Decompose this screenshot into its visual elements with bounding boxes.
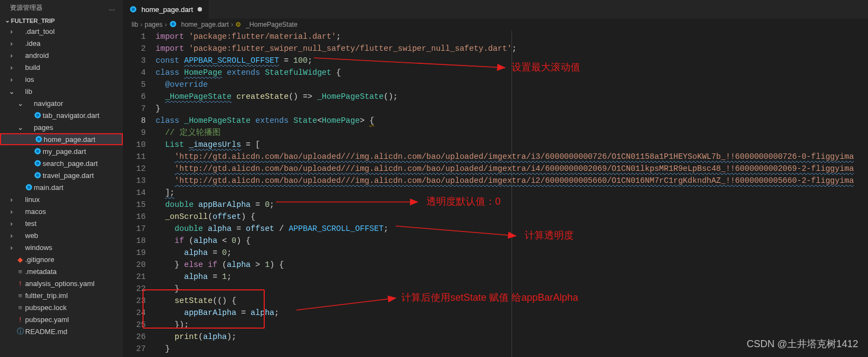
file-pubspec-yaml[interactable]: !pubspec.yaml bbox=[0, 313, 123, 325]
file-tab-navigator-dart[interactable]: tab_navigator.dart bbox=[0, 109, 123, 121]
file-analysis-options-yaml[interactable]: !analysis_options.yaml bbox=[0, 277, 123, 289]
tree-item-label: home_page.dart bbox=[44, 135, 96, 144]
code-line-10[interactable]: List _imagesUrls = [ bbox=[156, 139, 868, 151]
code-line-18[interactable]: if (alpha < 0) { bbox=[156, 235, 868, 247]
file-fultter-trip-iml[interactable]: ≡fultter_trip.iml bbox=[0, 289, 123, 301]
code-line-5[interactable]: @override bbox=[156, 79, 868, 91]
tree-item-label: .idea bbox=[25, 39, 40, 47]
folder-build[interactable]: build bbox=[0, 61, 123, 73]
tree-item-label: pages bbox=[34, 123, 53, 132]
folder-android[interactable]: android bbox=[0, 49, 123, 61]
code-line-17[interactable]: double alpha = offset / APPBAR_SCROLL_OF… bbox=[156, 223, 868, 235]
file--metadata[interactable]: ≡.metadata bbox=[0, 265, 123, 277]
chevron-icon bbox=[16, 123, 24, 132]
code-line-9[interactable]: // 定义轮播图 bbox=[156, 127, 868, 139]
chevron-icon bbox=[8, 51, 15, 59]
folder-web[interactable]: web bbox=[0, 229, 123, 241]
code-line-11[interactable]: 'http://gtd.alicdn.com/bao/uploaded///im… bbox=[156, 151, 868, 163]
svg-point-1 bbox=[36, 114, 39, 117]
chevron-icon bbox=[8, 63, 15, 72]
tree-item-label: analysis_options.yaml bbox=[25, 279, 94, 288]
folder-macos[interactable]: macos bbox=[0, 205, 123, 217]
crumb-2[interactable]: home_page.dart bbox=[181, 21, 229, 28]
crumb-0[interactable]: lib bbox=[132, 21, 138, 28]
dart-icon bbox=[34, 135, 44, 143]
tree-item-label: fultter_trip.iml bbox=[25, 291, 68, 300]
code-line-19[interactable]: alpha = 0; bbox=[156, 247, 868, 259]
svg-point-3 bbox=[37, 138, 40, 141]
tree-item-label: windows bbox=[25, 243, 52, 252]
folder-lib[interactable]: lib bbox=[0, 85, 123, 97]
code-line-20[interactable]: } else if (alpha > 1) { bbox=[156, 259, 868, 271]
tree-item-label: test bbox=[25, 219, 37, 228]
dart-icon bbox=[33, 159, 43, 167]
tree-item-label: navigator bbox=[34, 99, 63, 108]
svg-point-5 bbox=[36, 150, 39, 153]
file-pubspec-lock[interactable]: ≡pubspec.lock bbox=[0, 301, 123, 313]
chevron-icon bbox=[8, 87, 15, 96]
code-line-2[interactable]: import 'package:flutter_swiper_null_safe… bbox=[156, 43, 868, 55]
tree-item-label: .dart_tool bbox=[25, 27, 55, 35]
file--gitignore[interactable]: ◆.gitignore bbox=[0, 253, 123, 265]
folder-pages[interactable]: pages bbox=[0, 121, 123, 133]
tree-item-label: main.dart bbox=[34, 183, 63, 192]
tab-home-page[interactable]: home_page.dart bbox=[123, 0, 209, 19]
code-line-13[interactable]: 'http://gtd.alicdn.com/bao/uploaded///im… bbox=[156, 175, 868, 187]
annotation-4: 计算后使用setState 赋值 给appBarAlpha bbox=[401, 291, 578, 304]
code-line-14[interactable]: ]; bbox=[156, 187, 868, 199]
folder-linux[interactable]: linux bbox=[0, 193, 123, 205]
file-tree: .dart_tool.ideaandroidbuildioslibnavigat… bbox=[0, 25, 123, 357]
file-main-dart[interactable]: main.dart bbox=[0, 181, 123, 193]
modified-icon bbox=[198, 7, 202, 11]
more-icon[interactable]: … bbox=[109, 4, 116, 12]
svg-point-15 bbox=[171, 22, 175, 26]
folder-windows[interactable]: windows bbox=[0, 241, 123, 253]
tree-item-label: .metadata bbox=[25, 267, 57, 276]
tree-item-label: linux bbox=[25, 195, 40, 204]
code-line-15[interactable]: double appBarAlpha = 0; bbox=[156, 199, 868, 211]
annotation-2: 透明度默认值：0 bbox=[426, 195, 501, 207]
code-line-6[interactable]: _HomePageState createState() => _HomePag… bbox=[156, 91, 868, 103]
folder-test[interactable]: test bbox=[0, 217, 123, 229]
meta-icon: ≡ bbox=[15, 304, 25, 312]
code-line-16[interactable]: _onScroll(offset) { bbox=[156, 211, 868, 223]
crumb-1[interactable]: pages bbox=[145, 21, 163, 28]
watermark: CSDN @土井塔克树1412 bbox=[747, 337, 858, 350]
code-line-7[interactable]: } bbox=[156, 103, 868, 115]
svg-point-9 bbox=[36, 174, 39, 177]
dart-icon bbox=[169, 20, 177, 29]
folder--idea[interactable]: .idea bbox=[0, 37, 123, 49]
code-line-21[interactable]: alpha = 1; bbox=[156, 271, 868, 283]
annotation-3: 计算透明度 bbox=[525, 229, 574, 241]
crumb-3[interactable]: _HomePageState bbox=[246, 21, 298, 28]
tree-item-label: search_page.dart bbox=[43, 159, 98, 168]
code-line-1[interactable]: import 'package:flutter/material.dart'; bbox=[156, 31, 868, 43]
tabs-bar: home_page.dart bbox=[123, 0, 868, 19]
tree-item-label: my_page.dart bbox=[43, 147, 86, 156]
project-root[interactable]: ⌄ FULTTER_TRIP bbox=[0, 16, 123, 25]
breadcrumb[interactable]: lib›pages›home_page.dart›⚙_HomePageState bbox=[123, 19, 868, 31]
file-search-page-dart[interactable]: search_page.dart bbox=[0, 157, 123, 169]
yaml-icon: ! bbox=[15, 316, 25, 324]
folder--dart-tool[interactable]: .dart_tool bbox=[0, 25, 123, 37]
code-line-12[interactable]: 'http://gtd.alicdn.com/bao/uploaded///im… bbox=[156, 163, 868, 175]
tree-item-label: web bbox=[25, 231, 38, 240]
tree-item-label: tab_navigator.dart bbox=[43, 111, 99, 120]
code-line-8[interactable]: class _HomePageState extends State<HomeP… bbox=[156, 115, 868, 127]
file-travel-page-dart[interactable]: travel_page.dart bbox=[0, 169, 123, 181]
meta-icon: ≡ bbox=[15, 267, 25, 276]
chevron-icon bbox=[8, 75, 15, 84]
folder-ios[interactable]: ios bbox=[0, 73, 123, 85]
file-readme-md[interactable]: ⓘREADME.md bbox=[0, 325, 123, 337]
code-editor[interactable]: 1234567891011121314151617181920212223242… bbox=[123, 31, 868, 357]
file-my-page-dart[interactable]: my_page.dart bbox=[0, 145, 123, 157]
tab-label: home_page.dart bbox=[141, 5, 193, 14]
dart-icon bbox=[33, 171, 43, 179]
file-home-page-dart[interactable]: home_page.dart bbox=[0, 133, 123, 145]
svg-point-7 bbox=[36, 162, 39, 165]
folder-navigator[interactable]: navigator bbox=[0, 97, 123, 109]
explorer-sidebar: 资源管理器 … ⌄ FULTTER_TRIP .dart_tool.ideaan… bbox=[0, 0, 123, 357]
md-icon: ⓘ bbox=[15, 326, 25, 336]
tree-item-label: pubspec.lock bbox=[25, 304, 67, 312]
chevron-icon bbox=[8, 39, 15, 47]
